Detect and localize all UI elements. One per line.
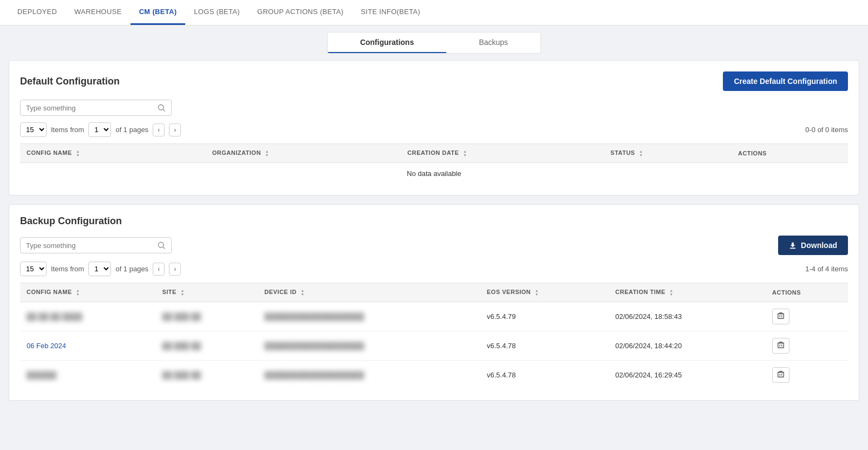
default-config-of-pages-label: of 1 pages <box>115 126 148 134</box>
bsort-config-name[interactable]: ▲▼ <box>76 289 80 296</box>
sub-tabs-container: Configurations Backups <box>0 25 868 60</box>
delete-backup-button[interactable] <box>772 338 789 354</box>
bth-creation-time: CREATION TIME ▲▼ <box>609 283 766 302</box>
th-organization: ORGANIZATION ▲▼ <box>206 144 401 163</box>
backup-row-device-id: ████████████████████ <box>258 331 480 361</box>
backup-config-search-actions: Download <box>20 236 848 255</box>
no-data-message: No data available <box>20 163 848 185</box>
th-creation-date: CREATION DATE ▲▼ <box>401 144 604 163</box>
default-config-per-page-select[interactable]: 15 25 50 <box>20 122 47 137</box>
default-config-pagination-left: 15 25 50 Items from 1 of 1 pages ‹ › <box>20 122 181 137</box>
default-config-pagination-row: 15 25 50 Items from 1 of 1 pages ‹ › 0-0… <box>20 122 848 137</box>
tab-backups[interactable]: Backups <box>446 32 540 53</box>
backup-row-creation-time: 02/06/2024, 18:44:20 <box>609 331 766 361</box>
default-config-page-select[interactable]: 1 <box>88 122 111 137</box>
backup-row-actions <box>766 361 848 390</box>
svg-line-1 <box>163 109 165 111</box>
backup-table-row: ██ ██ ██ ██████ ███ ████████████████████… <box>20 302 848 331</box>
nav-cm-beta[interactable]: CM (BETA) <box>130 0 186 25</box>
backup-config-header: Backup Configuration <box>20 216 848 227</box>
svg-line-3 <box>163 247 165 249</box>
backup-row-actions <box>766 302 848 331</box>
backup-configuration-section: Backup Configuration Download 15 25 50 <box>9 204 859 401</box>
bth-device-id: DEVICE ID ▲▼ <box>258 283 480 302</box>
trash-icon <box>777 312 785 319</box>
bth-actions: ACTIONS <box>766 283 848 302</box>
tab-configurations[interactable]: Configurations <box>328 32 447 53</box>
bth-config-name: CONFIG NAME ▲▼ <box>20 283 155 302</box>
default-config-prev-page-button[interactable]: ‹ <box>153 123 165 136</box>
default-config-header: Default Configuration Create Default Con… <box>20 71 848 91</box>
backup-config-prev-page-button[interactable]: ‹ <box>153 263 165 276</box>
backup-config-pagination-left: 15 25 50 Items from 1 of 1 pages ‹ › <box>20 262 181 276</box>
backup-config-per-page-select[interactable]: 15 25 50 <box>20 262 47 276</box>
nav-site-info-beta[interactable]: SITE INFO(BETA) <box>352 0 429 25</box>
download-icon <box>789 242 797 249</box>
backup-row-eos-version: v6.5.4.78 <box>480 361 609 390</box>
svg-rect-9 <box>778 343 784 348</box>
backup-config-of-pages-label: of 1 pages <box>115 265 148 273</box>
svg-point-2 <box>158 242 164 247</box>
backup-config-next-page-button[interactable]: › <box>169 263 181 276</box>
nav-deployed[interactable]: DEPLOYED <box>9 0 66 25</box>
sort-creation-date[interactable]: ▲▼ <box>463 149 467 157</box>
sub-tabs: Configurations Backups <box>327 32 541 54</box>
backup-row-device-id: ████████████████████ <box>258 361 480 390</box>
delete-backup-button[interactable] <box>772 367 789 383</box>
default-config-no-data-row: No data available <box>20 163 848 185</box>
default-search-icon <box>157 103 166 112</box>
default-config-table: CONFIG NAME ▲▼ ORGANIZATION ▲▼ CREATION … <box>20 144 848 184</box>
trash-icon <box>777 370 785 378</box>
backup-row-eos-version: v6.5.4.78 <box>480 331 609 361</box>
bsort-site[interactable]: ▲▼ <box>180 289 184 296</box>
nav-warehouse[interactable]: WAREHOUSE <box>66 0 130 25</box>
sort-organization[interactable]: ▲▼ <box>265 149 269 157</box>
bsort-device-id[interactable]: ▲▼ <box>301 289 304 296</box>
backup-config-name-link[interactable]: 06 Feb 2024 <box>27 342 66 350</box>
backup-row-actions <box>766 331 848 361</box>
default-config-title: Default Configuration <box>20 76 120 87</box>
sort-status[interactable]: ▲▼ <box>639 149 643 157</box>
default-config-count: 0-0 of 0 items <box>805 126 848 134</box>
default-configuration-section: Default Configuration Create Default Con… <box>9 60 859 195</box>
backup-row-site: ██ ███ ██ <box>155 361 258 390</box>
backup-config-table: CONFIG NAME ▲▼ SITE ▲▼ DEVICE ID ▲▼ EOS … <box>20 283 848 389</box>
backup-row-creation-time: 02/06/2024, 16:29:45 <box>609 361 766 390</box>
backup-row-config-name[interactable]: 06 Feb 2024 <box>20 331 155 361</box>
bth-eos-version: EOS VERSION ▲▼ <box>480 283 609 302</box>
backup-table-row: ████████ ███ ██████████████████████v6.5.… <box>20 361 848 390</box>
bsort-creation-time[interactable]: ▲▼ <box>669 289 673 296</box>
nav-logs-beta[interactable]: LOGS (BETA) <box>185 0 249 25</box>
create-default-config-button[interactable]: Create Default Configuration <box>723 71 848 91</box>
backup-config-count: 1-4 of 4 items <box>805 265 848 273</box>
svg-rect-13 <box>778 373 784 377</box>
trash-icon <box>777 341 785 349</box>
th-status: STATUS ▲▼ <box>604 144 732 163</box>
nav-group-actions-beta[interactable]: GROUP ACTIONS (BETA) <box>249 0 352 25</box>
default-config-search-bar <box>20 100 172 116</box>
default-config-search-input[interactable] <box>26 104 157 112</box>
backup-row-site: ██ ███ ██ <box>155 302 258 331</box>
backup-row-site: ██ ███ ██ <box>155 331 258 361</box>
backup-row-device-id: ████████████████████ <box>258 302 480 331</box>
svg-rect-5 <box>778 314 784 319</box>
backup-search-icon <box>157 241 166 250</box>
svg-point-0 <box>158 105 164 110</box>
backup-config-title: Backup Configuration <box>20 216 122 227</box>
backup-config-page-select[interactable]: 1 <box>88 262 111 276</box>
default-config-next-page-button[interactable]: › <box>169 123 181 136</box>
delete-backup-button[interactable] <box>772 309 789 324</box>
backup-row-config-name: ██████ <box>20 361 155 390</box>
backup-config-items-from-label: Items from <box>51 265 84 273</box>
bsort-eos-version[interactable]: ▲▼ <box>535 289 539 296</box>
sort-config-name[interactable]: ▲▼ <box>76 149 80 157</box>
th-actions: ACTIONS <box>732 144 848 163</box>
backup-config-search-bar <box>20 237 172 253</box>
download-button[interactable]: Download <box>778 236 848 255</box>
backup-row-config-name: ██ ██ ██ ████ <box>20 302 155 331</box>
backup-config-search-input[interactable] <box>26 242 157 250</box>
backup-row-eos-version: v6.5.4.79 <box>480 302 609 331</box>
top-navigation: DEPLOYED WAREHOUSE CM (BETA) LOGS (BETA)… <box>0 0 868 25</box>
th-config-name: CONFIG NAME ▲▼ <box>20 144 206 163</box>
bth-site: SITE ▲▼ <box>155 283 258 302</box>
